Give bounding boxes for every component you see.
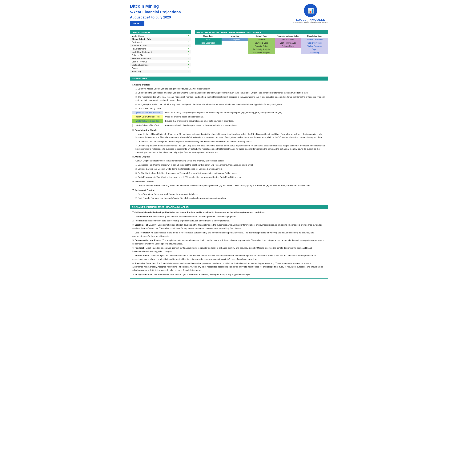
disclaimer-intro: This financial model is developed by Mah… — [132, 211, 326, 214]
um-section4-title: IV. Validation Checks: — [132, 180, 326, 184]
model-check-mark: ✓✓ — [177, 34, 191, 37]
disclaimer-item: 6. Feedback: ExcelFinModels encourage us… — [132, 246, 326, 253]
disclaimer-header: DISCLAIMER: FINANCIAL MODEL USAGE AND LI… — [130, 205, 328, 209]
color-desc: Automatically calculated outputs based o… — [165, 124, 326, 127]
check-row-label: Revenue Projections — [130, 57, 177, 60]
model-tab-cell — [222, 41, 248, 44]
check-row-mark: ✓ — [177, 53, 191, 57]
um-item: 2. Understand the Structure: Familiarize… — [132, 91, 326, 95]
model-check-label: Model Check — [130, 34, 177, 37]
model-tab-cell: Capex — [301, 48, 328, 51]
check-cells-label: Check Cells by Tab: — [130, 37, 177, 41]
model-tab-cell: Sources & Uses — [248, 41, 275, 44]
model-tab-cell — [195, 51, 222, 54]
check-row-mark: ✓ — [177, 70, 191, 73]
user-manual-section: USER MANUAL I. Getting Started:1. Open t… — [130, 76, 328, 202]
model-col-header: Calculation tabs — [301, 34, 328, 38]
check-row-label: Cash Flow Statement — [130, 50, 177, 53]
model-tab-cell — [195, 44, 222, 48]
check-row-label: P&L Statement — [130, 47, 177, 50]
check-row-mark: ✓ — [177, 63, 191, 67]
logo-name: EXCELFINMODELS — [293, 18, 328, 21]
color-cell-demo: Light Gray Cells with Blue Text — [132, 111, 163, 114]
um-item: 5. Cells Color Coding Guide: — [132, 107, 326, 110]
model-tab-cell — [195, 48, 222, 51]
model-tab-cell — [275, 48, 301, 51]
model-tab-cell: Dashboard — [248, 38, 275, 41]
um-item: 1. Save Your Work: Save your work freque… — [132, 193, 326, 196]
disclaimer-item: 5. Customization and Review: The templat… — [132, 238, 326, 246]
color-cell-demo: White Cells with Green Text — [132, 119, 163, 123]
logo-tagline: Transforming Numbers into Financial Succ… — [293, 21, 328, 23]
check-row-mark: ✓ — [177, 47, 191, 50]
check-row-label: Financing — [130, 70, 177, 73]
disclaimer-item: 4. Data Reliability: All data included i… — [132, 231, 326, 238]
color-desc: Used for entering or adjusting assumptio… — [165, 111, 326, 114]
um-item: 4. Navigating the Model: Use cell A1 in … — [132, 103, 326, 106]
model-sections-table: MODEL SECTIONS AND THEIR CORRESPONDING T… — [195, 30, 328, 73]
disclaimer-item: 3. Disclaimer of Liability: Despite meti… — [132, 223, 326, 230]
color-cell-demo: White Cells with Black Text: — [132, 124, 163, 127]
index-badge: INDEX — [130, 21, 144, 26]
user-manual-header: USER MANUAL — [130, 77, 328, 81]
model-tab-cell: Cash Flow Analysis — [275, 41, 301, 44]
um-item: 2. Define Assumptions: Navigate to the A… — [132, 140, 326, 143]
model-tab-cell: Cost of Revenue — [301, 41, 328, 44]
model-tab-cell: Financing — [301, 51, 328, 54]
model-sections-header: MODEL SECTIONS AND THEIR CORRESPONDING T… — [195, 30, 328, 34]
check-row-label: Dashboard — [130, 41, 177, 44]
um-item: 1. Check for Errors: Before finalizing t… — [132, 184, 326, 187]
um-section1-title: I. Getting Started: — [132, 83, 326, 87]
check-row-label: Balance Sheet — [130, 53, 177, 57]
disclaimer-item: 1. License Duration: This license grants… — [132, 215, 326, 218]
check-row-mark: ✓ — [177, 67, 191, 70]
check-row-label: Cost of Revenue — [130, 60, 177, 63]
model-tab-cell: Staffing Expenses — [301, 44, 328, 48]
model-col-header: Financial statements tab — [275, 34, 301, 38]
logo-icon: 📊 — [304, 4, 317, 17]
um-item: 3. The model includes a five-year foreca… — [132, 95, 326, 102]
um-item: 1. Input Historical Data (Optional) : En… — [132, 133, 326, 139]
color-desc: Used for entering actual or historical d… — [165, 115, 326, 119]
check-row-label: Staffing Expenses — [130, 63, 177, 67]
model-tab-cell: Financial Ratios — [248, 44, 275, 48]
check-row-label: Capex — [130, 67, 177, 70]
color-guide-row: Light Gray Cells with Blue Text Used for… — [132, 111, 326, 114]
um-section2-title: II. Populating the Model: — [132, 128, 326, 132]
um-section5-title: V. Saving and Printing: — [132, 188, 326, 192]
disclaimer-item: 7. Refund Policy: Given the digital and … — [132, 254, 326, 261]
check-row-mark: ✓ — [177, 50, 191, 53]
check-row-label: Sources & Uses — [130, 44, 177, 47]
model-tab-cell — [275, 51, 301, 54]
model-tab-cell: P&L Statement — [275, 38, 301, 41]
disclaimer-item: 9. All rights reserved: ExcelFinModels r… — [132, 273, 326, 276]
model-tab-cell — [222, 44, 248, 48]
um-section3-title: III. Using Outputs: — [132, 155, 326, 159]
um-item: Certain Output tabs require user inputs … — [132, 159, 326, 163]
model-tab-cell: Tabs Description — [195, 41, 222, 44]
disclaimer-section: DISCLAIMER: FINANCIAL MODEL USAGE AND LI… — [130, 205, 328, 279]
model-tab-cell: Assumptions — [222, 38, 248, 41]
check-row-mark: ✓ — [177, 57, 191, 60]
um-item: 3. Customizing Balance Sheet Placeholder… — [132, 144, 326, 154]
color-guide-row: White Cells with Green Text Figures that… — [132, 119, 326, 123]
title-bitcoin-mining: Bitcoin Mining — [130, 4, 181, 9]
check-row-mark: ✓ — [177, 44, 191, 47]
um-item: 4. Cash Flow Analysis Tab: Use the dropd… — [132, 176, 326, 179]
model-col-header: Output Tabs — [248, 34, 275, 38]
model-tab-cell: Index — [195, 38, 222, 41]
checks-summary-header: CHECKS SUMMARY — [130, 30, 191, 34]
um-item: 1. Open the Model: Ensure you are using … — [132, 87, 326, 91]
model-tab-cell — [222, 51, 248, 54]
checks-summary-table: CHECKS SUMMARY Model Check✓✓Check Cells … — [130, 30, 191, 73]
title-projections: 5-Year Financial Projections — [130, 10, 181, 14]
model-tab-cell: Balance Sheet — [275, 44, 301, 48]
um-item: 2. Print-Friendly Formats: Use the model… — [132, 196, 326, 200]
logo-area: 📊 EXCELFINMODELS Transforming Numbers in… — [293, 4, 328, 23]
disclaimer-item: 2. Restrictions: Redistribution, sale, s… — [132, 219, 326, 222]
model-tab-cell: Revenue Projections — [301, 38, 328, 41]
model-tab-cell — [222, 48, 248, 51]
model-col-header: Input tab — [222, 34, 248, 38]
color-cell-demo: Yellow Cells with Black Text: — [132, 115, 163, 119]
model-tab-cell: Cash Flow Analysis — [248, 51, 275, 54]
